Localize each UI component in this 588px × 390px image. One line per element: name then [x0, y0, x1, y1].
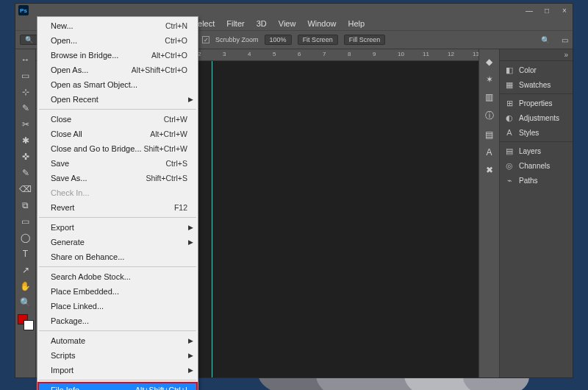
menu-view[interactable]: View: [273, 18, 302, 29]
menu-item-close-and-go-to-bridge[interactable]: Close and Go to Bridge...Shift+Ctrl+W: [37, 141, 198, 156]
tool-7[interactable]: ✎: [18, 166, 34, 180]
menu-window[interactable]: Window: [301, 18, 342, 29]
color-chips[interactable]: [18, 314, 34, 330]
menu-item-scripts[interactable]: Scripts▶: [37, 348, 198, 363]
ruler-mark: 6: [298, 51, 301, 57]
menu-item-label: Revert: [51, 202, 174, 213]
menu-item-label: Close: [51, 114, 164, 124]
ruler-mark: 9: [373, 51, 376, 57]
rail-icon-6[interactable]: ✖: [486, 165, 493, 175]
menu-item-open-as[interactable]: Open As...Alt+Shift+Ctrl+O: [37, 63, 198, 77]
menu-item-revert[interactable]: RevertF12: [37, 200, 198, 215]
app-logo: Ps: [18, 5, 29, 15]
tool-13[interactable]: ↗: [18, 263, 34, 277]
tool-6[interactable]: ✜: [18, 149, 34, 164]
panels-dock: » ◧Color▦Swatches ⊞Properties◐Adjustment…: [499, 49, 573, 377]
submenu-arrow-icon: ▶: [188, 336, 193, 346]
menu-item-shortcut: Ctrl+N: [165, 21, 187, 31]
menu-item-place-embedded[interactable]: Place Embedded...: [37, 284, 198, 299]
menu-filter[interactable]: Filter: [220, 18, 250, 29]
menu-item-search-adobe-stock[interactable]: Search Adobe Stock...: [37, 269, 198, 284]
menu-item-shortcut: Shift+Ctrl+S: [146, 173, 187, 183]
menu-item-label: Package...: [51, 316, 187, 326]
menu-item-import[interactable]: Import▶: [37, 363, 198, 377]
menu-item-open-recent[interactable]: Open Recent▶: [37, 92, 198, 107]
rail-icon-5[interactable]: A: [486, 147, 492, 157]
collapse-panels-icon[interactable]: »: [559, 49, 573, 60]
menu-item-label: Export: [51, 222, 187, 233]
menu-item-open-as-smart-object[interactable]: Open as Smart Object...: [37, 77, 198, 92]
panel-layers[interactable]: ▤Layers: [500, 143, 573, 158]
titlebar: Ps — □ ×: [15, 4, 573, 17]
background-color[interactable]: [24, 320, 34, 330]
current-tool-icon[interactable]: 🔍: [20, 35, 38, 45]
close-button[interactable]: ×: [559, 7, 570, 15]
menu-item-file-info[interactable]: File Info...Alt+Shift+Ctrl+I: [37, 383, 198, 390]
layers-icon: ▤: [504, 146, 514, 156]
tool-8[interactable]: ⌫: [18, 182, 34, 196]
panel-label: Swatches: [519, 81, 551, 89]
menu-item-place-linked[interactable]: Place Linked...: [37, 299, 198, 313]
menu-item-label: Save: [51, 158, 166, 169]
menu-help[interactable]: Help: [343, 18, 371, 29]
menu-item-label: Close and Go to Bridge...: [51, 143, 143, 154]
fill-screen-button[interactable]: Fill Screen: [344, 35, 386, 45]
search-icon[interactable]: 🔍: [541, 36, 550, 44]
tool-14[interactable]: ✋: [18, 279, 34, 294]
tool-15[interactable]: 🔍: [18, 295, 34, 310]
menu-item-close[interactable]: CloseCtrl+W: [37, 112, 198, 127]
panel-properties[interactable]: ⊞Properties: [500, 96, 573, 110]
panel-channels[interactable]: ◎Channels: [500, 158, 573, 173]
tool-5[interactable]: ✱: [18, 133, 34, 148]
menu-item-generate[interactable]: Generate▶: [37, 235, 198, 249]
panel-group-color: ◧Color▦Swatches: [500, 60, 573, 93]
rail-icon-3[interactable]: ⓘ: [485, 110, 494, 122]
styles-icon: A: [504, 127, 514, 138]
menu-item-shortcut: F12: [174, 202, 187, 213]
tool-12[interactable]: T: [18, 247, 34, 261]
color-icon: ◧: [504, 65, 514, 75]
tool-11[interactable]: ◯: [18, 230, 34, 245]
tool-4[interactable]: ✂: [18, 117, 34, 132]
tool-3[interactable]: ✎: [18, 101, 34, 116]
menu-3d[interactable]: 3D: [251, 18, 273, 29]
menu-item-label: Search Adobe Stock...: [51, 272, 187, 282]
zoom-pct-button[interactable]: 100%: [265, 35, 292, 45]
tool-2[interactable]: ⊹: [18, 85, 34, 99]
menu-item-save[interactable]: SaveCtrl+S: [37, 156, 198, 171]
guide-vertical[interactable]: [212, 61, 212, 377]
ruler-mark: 7: [323, 51, 326, 57]
rail-icon-1[interactable]: ✶: [486, 74, 493, 85]
menu-item-browse-in-bridge[interactable]: Browse in Bridge...Alt+Ctrl+O: [37, 48, 198, 63]
panel-styles[interactable]: AStyles: [500, 125, 573, 140]
menu-item-save-as[interactable]: Save As...Shift+Ctrl+S: [37, 171, 198, 185]
tool-1[interactable]: ▭: [18, 68, 34, 83]
fit-screen-button[interactable]: Fit Screen: [298, 35, 338, 45]
panel-label: Properties: [519, 99, 553, 107]
tool-0[interactable]: ↔: [18, 52, 34, 67]
menu-item-export[interactable]: Export▶: [37, 220, 198, 235]
panel-adjustments[interactable]: ◐Adjustments: [500, 110, 573, 125]
workspace-icon[interactable]: ▭: [562, 36, 568, 44]
adjustments-icon: ◐: [504, 113, 514, 123]
scrubby-zoom-checkbox[interactable]: ✓: [202, 36, 209, 43]
menu-item-new[interactable]: New...Ctrl+N: [37, 18, 198, 33]
menu-separator: [39, 330, 196, 331]
menu-item-automate[interactable]: Automate▶: [37, 333, 198, 348]
menu-separator: [39, 380, 196, 380]
minimize-button[interactable]: —: [524, 7, 534, 15]
tool-9[interactable]: ⧉: [18, 198, 34, 213]
menu-item-close-all[interactable]: Close AllAlt+Ctrl+W: [37, 127, 198, 141]
menu-item-label: New...: [51, 21, 165, 31]
rail-icon-2[interactable]: ▥: [485, 92, 493, 102]
panel-paths[interactable]: ⌁Paths: [500, 173, 573, 188]
panel-swatches[interactable]: ▦Swatches: [500, 77, 573, 92]
menu-item-package[interactable]: Package...: [37, 313, 198, 328]
panel-color[interactable]: ◧Color: [500, 63, 573, 77]
menu-item-open[interactable]: Open...Ctrl+O: [37, 33, 198, 48]
rail-icon-0[interactable]: ◆: [486, 57, 492, 67]
maximize-button[interactable]: □: [542, 7, 552, 15]
rail-icon-4[interactable]: ▤: [485, 130, 493, 140]
menu-item-share-on-behance[interactable]: Share on Behance...: [37, 249, 198, 264]
tool-10[interactable]: ▭: [18, 214, 34, 229]
